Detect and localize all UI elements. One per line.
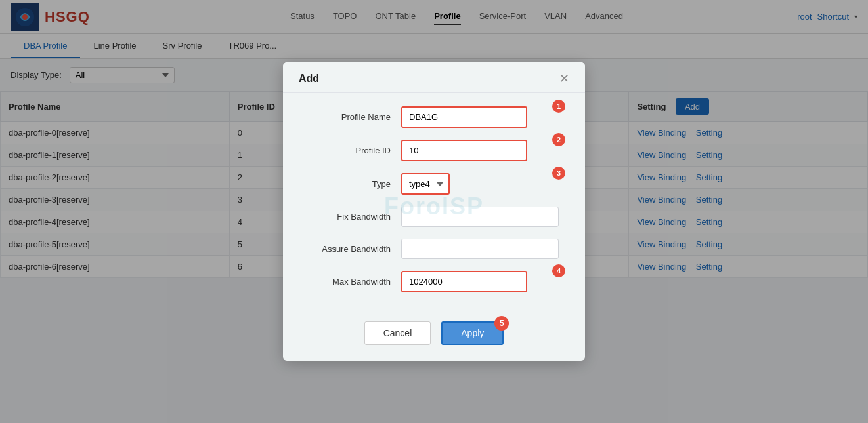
assure-bandwidth-label: Assure Bandwidth	[309, 244, 401, 254]
modal-overlay: Add ✕ Profile Name 1 Profile ID 2	[0, 0, 868, 278]
close-icon[interactable]: ✕	[559, 73, 569, 85]
badge-1: 1	[552, 100, 565, 113]
badge-4: 4	[552, 264, 565, 277]
profile-id-input[interactable]	[401, 140, 527, 161]
profile-id-label: Profile ID	[309, 146, 401, 155]
max-bandwidth-input-wrapper: 4	[401, 271, 559, 278]
assure-bandwidth-row: Assure Bandwidth	[309, 239, 559, 259]
modal-title: Add	[299, 73, 319, 85]
max-bandwidth-row: Max Bandwidth 4	[309, 271, 559, 278]
profile-name-label: Profile Name	[309, 112, 401, 122]
badge-3: 3	[552, 167, 565, 180]
modal-header: Add ✕	[283, 62, 585, 93]
assure-bandwidth-input[interactable]	[401, 239, 559, 259]
modal-body: Profile Name 1 Profile ID 2 Type	[283, 93, 585, 278]
fix-bandwidth-label: Fix Bandwidth	[309, 212, 401, 222]
profile-name-input[interactable]	[401, 106, 527, 128]
type-label: Type	[309, 179, 401, 189]
add-modal: Add ✕ Profile Name 1 Profile ID 2	[283, 62, 585, 278]
badge-2: 2	[552, 133, 565, 146]
max-bandwidth-label: Max Bandwidth	[309, 277, 401, 278]
fix-bandwidth-row: Fix Bandwidth	[309, 207, 559, 227]
profile-id-input-wrapper: 2	[401, 140, 559, 161]
max-bandwidth-input[interactable]	[401, 271, 527, 278]
type-select-wrapper: type1 type2 type3 type4 3	[401, 173, 559, 195]
profile-name-input-wrapper: 1	[401, 106, 559, 128]
profile-id-row: Profile ID 2	[309, 140, 559, 161]
profile-name-row: Profile Name 1	[309, 106, 559, 128]
type-select[interactable]: type1 type2 type3 type4	[401, 173, 450, 195]
fix-bandwidth-input[interactable]	[401, 207, 559, 227]
type-row: Type type1 type2 type3 type4 3	[309, 173, 559, 195]
